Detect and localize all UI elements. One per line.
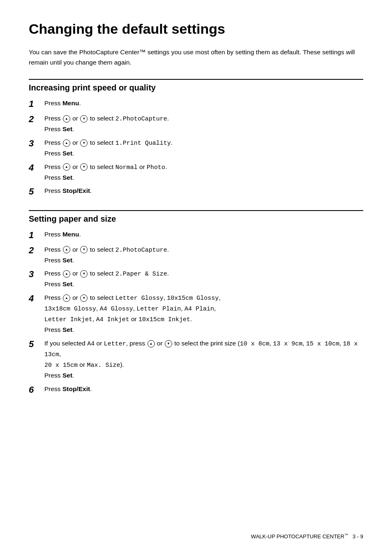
step-content-p3: Press or to select 2.Paper & Size. Press… <box>44 269 363 290</box>
step-content-3: Press or to select 1.Print Quality. Pres… <box>44 138 363 159</box>
step-content-p4: Press or to select Letter Glossy, 10x15c… <box>44 293 363 335</box>
step-2: 2 Press or to select 2.PhotoCapture. Pre… <box>29 114 363 134</box>
step-content-4: Press or to select Normal or Photo. Pres… <box>44 162 363 183</box>
steps-print-speed: 1 Press Menu. 2 Press or to select 2.Pho… <box>29 98 363 198</box>
step-number-p4: 4 <box>29 293 44 305</box>
step-number-3: 3 <box>29 138 44 150</box>
step-content-2: Press or to select 2.PhotoCapture. Press… <box>44 114 363 134</box>
step-content-p5: If you selected A4 or Letter, press or t… <box>44 338 363 381</box>
step-content-p1: Press Menu. <box>44 229 363 240</box>
step-number-4: 4 <box>29 162 44 174</box>
step-p3: 3 Press or to select 2.Paper & Size. Pre… <box>29 269 363 290</box>
section-heading-paper-size: Setting paper and size <box>29 210 363 224</box>
step-content-1: Press Menu. <box>44 98 363 109</box>
step-4: 4 Press or to select Normal or Photo. Pr… <box>29 162 363 183</box>
step-number-2: 2 <box>29 114 44 125</box>
step-number-5: 5 <box>29 186 44 198</box>
step-p5: 5 If you selected A4 or Letter, press or… <box>29 338 363 381</box>
step-content-p2: Press or to select 2.PhotoCapture. Press… <box>44 245 363 266</box>
arrow-up-icon <box>63 163 70 171</box>
arrow-down-icon <box>80 246 88 253</box>
step-p1: 1 Press Menu. <box>29 229 363 241</box>
section-print-speed: Increasing print speed or quality 1 Pres… <box>29 79 363 198</box>
step-number-p2: 2 <box>29 245 44 257</box>
intro-text: You can save the PhotoCapture Center™ se… <box>29 47 363 68</box>
arrow-down-icon <box>80 294 88 302</box>
arrow-up-icon <box>63 115 70 123</box>
steps-paper-size: 1 Press Menu. 2 Press or to select 2.Pho… <box>29 229 363 396</box>
arrow-up-icon <box>63 270 70 278</box>
arrow-up-icon <box>63 294 70 302</box>
arrow-up-icon <box>148 340 155 348</box>
step-number-p1: 1 <box>29 229 44 241</box>
step-p4: 4 Press or to select Letter Glossy, 10x1… <box>29 293 363 335</box>
footer-text: WALK-UP PHOTOCAPTURE CENTER™ 3 - 9 <box>251 533 363 540</box>
step-p6: 6 Press Stop/Exit. <box>29 384 363 396</box>
step-number-p6: 6 <box>29 384 44 396</box>
step-content-5: Press Stop/Exit. <box>44 186 363 196</box>
step-3: 3 Press or to select 1.Print Quality. Pr… <box>29 138 363 159</box>
arrow-down-icon <box>80 163 88 171</box>
arrow-up-icon <box>63 139 70 147</box>
step-number-p3: 3 <box>29 269 44 280</box>
step-p2: 2 Press or to select 2.PhotoCapture. Pre… <box>29 245 363 266</box>
arrow-down-icon <box>80 270 88 278</box>
page-title: Changing the default settings <box>29 21 363 37</box>
arrow-down-icon <box>165 340 172 348</box>
footer: WALK-UP PHOTOCAPTURE CENTER™ 3 - 9 <box>251 533 363 540</box>
arrow-down-icon <box>80 139 88 147</box>
step-number-1: 1 <box>29 98 44 110</box>
step-5: 5 Press Stop/Exit. <box>29 186 363 198</box>
arrow-up-icon <box>63 246 70 253</box>
step-content-p6: Press Stop/Exit. <box>44 384 363 394</box>
section-paper-size: Setting paper and size 1 Press Menu. 2 P… <box>29 210 363 396</box>
step-number-p5: 5 <box>29 338 44 350</box>
step-1: 1 Press Menu. <box>29 98 363 110</box>
arrow-down-icon <box>80 115 88 123</box>
section-heading-print-speed: Increasing print speed or quality <box>29 79 363 93</box>
